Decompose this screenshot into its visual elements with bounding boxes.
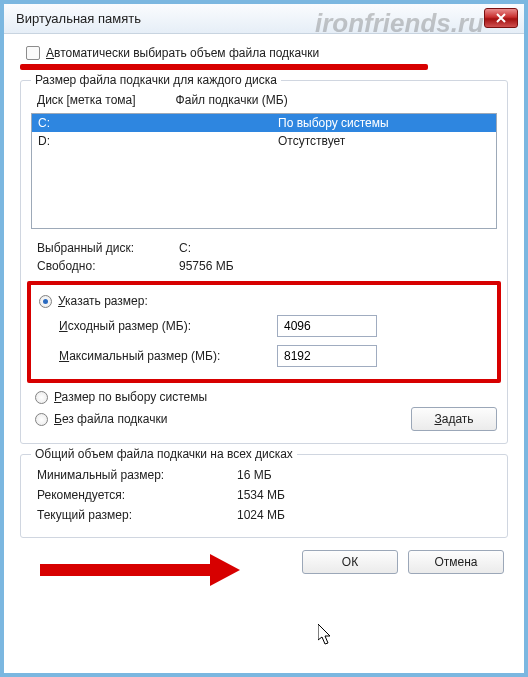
cur-value: 1024 МБ: [237, 508, 285, 522]
cancel-button[interactable]: Отмена: [408, 550, 504, 574]
custom-size-row: Указать размер:: [39, 291, 489, 311]
cur-row: Текущий размер: 1024 МБ: [31, 505, 497, 525]
close-icon: [496, 13, 506, 23]
rec-value: 1534 МБ: [237, 488, 285, 502]
system-size-row: Размер по выбору системы: [31, 387, 497, 407]
highlight-underline: [20, 64, 508, 70]
auto-manage-row: Автоматически выбирать объем файла подка…: [20, 44, 508, 64]
min-label: Минимальный размер:: [37, 468, 237, 482]
per-drive-group-title: Размер файла подкачки для каждого диска: [31, 73, 281, 87]
free-space-label: Свободно:: [37, 259, 169, 273]
list-headers: Диск [метка тома] Файл подкачки (МБ): [31, 91, 497, 111]
virtual-memory-dialog: ironfriends.ru Виртуальная память Автома…: [0, 0, 528, 677]
no-pagefile-radio[interactable]: [35, 413, 48, 426]
dialog-body: Автоматически выбирать объем файла подка…: [4, 34, 524, 590]
min-value: 16 МБ: [237, 468, 272, 482]
pagefile-cell: Отсутствует: [278, 134, 490, 148]
drive-list[interactable]: C: По выбору системы D: Отсутствует: [31, 113, 497, 229]
totals-group: Общий объем файла подкачки на всех диска…: [20, 454, 508, 538]
free-space-row: Свободно: 95756 МБ: [31, 257, 497, 275]
selected-drive-value: C:: [179, 241, 191, 255]
list-item[interactable]: D: Отсутствует: [32, 132, 496, 150]
ok-button[interactable]: ОК: [302, 550, 398, 574]
no-pagefile-label: Без файла подкачки: [54, 412, 167, 426]
auto-manage-label: Автоматически выбирать объем файла подка…: [46, 46, 319, 60]
custom-size-label: Указать размер:: [58, 294, 148, 308]
drive-cell: C:: [38, 116, 278, 130]
cur-label: Текущий размер:: [37, 508, 237, 522]
col-drive: Диск [метка тома]: [37, 93, 136, 107]
selected-drive-row: Выбранный диск: C:: [31, 239, 497, 257]
no-pagefile-row: Без файла подкачки: [31, 409, 411, 429]
initial-size-input[interactable]: [277, 315, 377, 337]
drive-cell: D:: [38, 134, 278, 148]
col-pagefile: Файл подкачки (МБ): [176, 93, 288, 107]
free-space-value: 95756 МБ: [179, 259, 234, 273]
selected-drive-label: Выбранный диск:: [37, 241, 169, 255]
list-item[interactable]: C: По выбору системы: [32, 114, 496, 132]
initial-size-row: Исходный размер (МБ):: [39, 311, 489, 341]
auto-manage-checkbox[interactable]: [26, 46, 40, 60]
highlight-box: Указать размер: Исходный размер (МБ): Ма…: [27, 281, 501, 383]
dialog-footer: ОК Отмена: [20, 550, 508, 574]
set-button[interactable]: Задать: [411, 407, 497, 431]
pagefile-cell: По выбору системы: [278, 116, 490, 130]
custom-size-radio[interactable]: [39, 295, 52, 308]
min-row: Минимальный размер: 16 МБ: [31, 465, 497, 485]
system-size-label: Размер по выбору системы: [54, 390, 207, 404]
per-drive-group: Размер файла подкачки для каждого диска …: [20, 80, 508, 444]
max-size-label: Максимальный размер (МБ):: [59, 349, 269, 363]
window-title: Виртуальная память: [16, 11, 141, 26]
max-size-input[interactable]: [277, 345, 377, 367]
max-size-row: Максимальный размер (МБ):: [39, 341, 489, 371]
rec-row: Рекомендуется: 1534 МБ: [31, 485, 497, 505]
close-button[interactable]: [484, 8, 518, 28]
initial-size-label: Исходный размер (МБ):: [59, 319, 269, 333]
rec-label: Рекомендуется:: [37, 488, 237, 502]
system-size-radio[interactable]: [35, 391, 48, 404]
totals-group-title: Общий объем файла подкачки на всех диска…: [31, 447, 297, 461]
title-bar: Виртуальная память: [4, 4, 524, 34]
highlight-arrow: [40, 554, 240, 586]
